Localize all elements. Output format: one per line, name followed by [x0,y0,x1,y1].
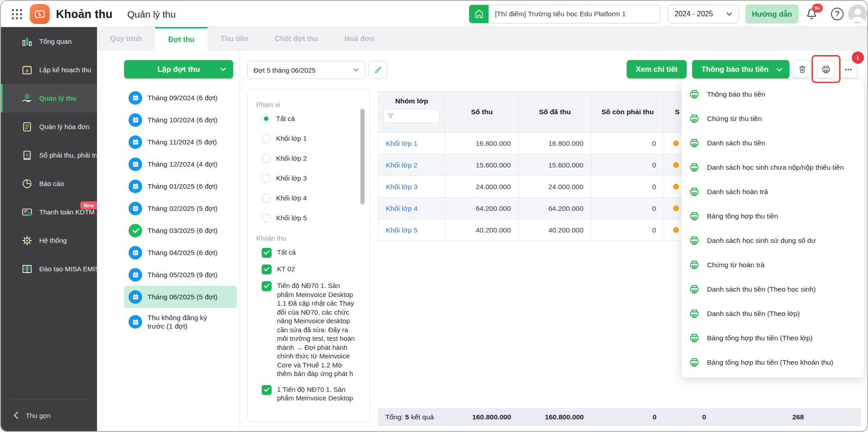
sidebar-item-fee-planning[interactable]: $ Lập kế hoạch thu [1,56,97,84]
calendar-icon [129,113,142,127]
sidebar-item-label: Đào tạo MISA EMIS [39,265,99,273]
group-link[interactable]: Khối lớp 5 [386,226,417,234]
trash-icon [798,65,807,74]
sidebar-item-system[interactable]: Hệ thống [1,226,97,255]
edit-batch-button[interactable] [369,61,387,79]
print-menu-item[interactable]: Chứng từ hoàn trả [682,253,864,277]
sidebar-item-reports[interactable]: Báo cáo [1,169,97,198]
scope-radio-grade-3[interactable]: Khối lớp 3 [256,174,356,183]
month-item[interactable]: Tháng 10/2024 (6 đợt) [124,109,237,131]
pencil-icon [374,66,382,74]
fee-checkbox-nd70[interactable]: Tiến độ NĐ70 1. Sản phẩm Meinvoice Deskt… [256,281,356,378]
checkbox-checked-icon [262,385,272,395]
scope-radio-grade-1[interactable]: Khối lớp 1 [256,134,356,143]
fee-checkbox-nd70-2[interactable]: 1 Tiến độ NĐ70 1. Sản phẩm Meinvoice Des… [256,385,356,403]
print-menu-item[interactable]: Danh sách thu tiền (Theo học sinh) [682,277,864,302]
sidebar-collapse-button[interactable]: Thu gọn [1,405,97,425]
tab-thu-tien[interactable]: Thu tiền [208,27,262,51]
guide-button[interactable]: Hướng dẫn [745,5,799,23]
cell-so-con: 0 [591,198,664,219]
month-item-completed[interactable]: Tháng 03/2025 (6 đợt) [124,219,237,242]
sidebar-item-overview[interactable]: Tổng quan [1,27,97,56]
month-item[interactable]: Tháng 11/2024 (5 đợt) [124,131,237,153]
column-header-so-con-phai-thu: Số còn phải thu [591,91,664,133]
help-icon[interactable]: ? [831,8,844,20]
school-selector[interactable]: [Thí điểm] Trường tiểu học Edu Platform … [469,5,660,23]
print-menu-item[interactable]: Danh sách hoàn trả [682,180,864,204]
delete-button[interactable] [793,60,811,79]
sidebar-item-invoice-management[interactable]: Quản lý hóa đơn [1,112,97,141]
print-menu-item[interactable]: Bảng tổng hợp thu tiền (Theo lớp) [682,326,864,350]
scope-radio-grade-5[interactable]: Khối lớp 5 [256,214,356,223]
ellipsis-icon: ••• [845,66,853,73]
tab-hoa-don[interactable]: Hoá đơn [332,27,388,51]
cell-so-thu: 24.000.000 [445,176,519,198]
home-icon [469,5,489,23]
footer-so-thu: 160.800.000 [445,408,519,426]
sidebar-item-revenue-management[interactable]: $ Quản lý thu [1,84,97,112]
month-item[interactable]: Tháng 12/2024 (4 đợt) [124,153,237,175]
status-dot [673,140,679,146]
batch-select[interactable]: Đợt 5 tháng 06/2025 [247,61,365,79]
scope-radio-grade-2[interactable]: Khối lớp 2 [256,154,356,163]
month-item[interactable]: Tháng 02/2025 (5 đợt) [124,197,237,219]
sidebar-item-receivable-ledger[interactable]: $ Sổ phải thu, phải trả [1,141,97,169]
printer-icon [689,89,700,100]
month-item[interactable]: Tháng 05/2025 (9 đợt) [124,264,237,286]
cell-so-da-thu: 24.000.000 [519,176,591,198]
print-menu-item[interactable]: Danh sách học sinh sử dụng số dư [682,228,864,253]
sidebar-item-label: Hệ thống [39,237,67,244]
sidebar-item-training[interactable]: Đào tạo MISA EMIS [1,255,97,283]
tab-chot-dot-thu[interactable]: Chốt đợt thu [262,27,332,51]
month-item-unregistered[interactable]: Thu không đăng ký trước (1 đợt) [124,308,237,336]
print-button[interactable] [817,60,835,79]
fee-label: Khoản thu [256,235,356,242]
credit-card-icon [20,205,34,219]
month-item[interactable]: Tháng 04/2025 (6 đợt) [124,242,237,264]
sidebar-item-cashless-payment[interactable]: Thanh toán KDTM New [1,198,97,226]
tab-dot-thu[interactable]: Đợt thu [155,27,208,51]
scrollbar-thumb[interactable] [360,109,365,204]
app-name: Khoản thu [56,8,112,21]
create-batch-button[interactable]: Lập đợt thu [124,60,233,79]
print-menu-item[interactable]: Thông báo thu tiền [682,82,864,107]
printer-icon [689,162,700,173]
new-badge: New [80,201,97,209]
chevron-down-icon [220,67,226,71]
total-suffix: kết quả [411,413,434,421]
app-grid-icon[interactable] [12,9,23,20]
notify-collection-button[interactable]: Thông báo thu tiền [692,60,790,79]
print-menu-item[interactable]: Bảng tổng hợp thu tiền (Theo khoản thu) [682,350,864,375]
pie-chart-icon [20,177,34,190]
school-year-select[interactable]: 2024 - 2025 [668,5,739,23]
cell-so-da-thu: 40.200.000 [519,219,591,241]
calendar-icon [129,202,142,215]
checkbox-checked-icon [262,265,272,274]
print-dropdown-menu: Thông báo thu tiền Chứng từ thu tiền Dan… [681,79,864,378]
print-menu-item[interactable]: Bảng tổng hợp thu tiền [682,204,864,228]
status-dot [673,205,679,211]
group-link[interactable]: Khối lớp 3 [386,183,417,191]
avatar[interactable] [848,5,867,23]
invoice-icon [20,120,34,134]
group-link[interactable]: Khối lớp 4 [386,204,417,213]
view-detail-button[interactable]: Xem chi tiết [627,60,687,79]
month-item[interactable]: Tháng 01/2025 (6 đợt) [124,175,237,197]
scope-radio-grade-4[interactable]: Khối lớp 4 [256,194,356,203]
fee-checkbox-all[interactable]: Tất cả [256,248,356,258]
radio-icon [262,214,271,223]
print-menu-item[interactable]: Danh sách thu tiền (Theo lớp) [682,302,864,326]
fee-checkbox-kt02[interactable]: KT 02 [256,265,356,274]
month-item[interactable]: Tháng 09/2024 (6 đợt) [124,87,237,109]
print-menu-item[interactable]: Chứng từ thu tiền [682,107,864,131]
group-link[interactable]: Khối lớp 2 [386,161,417,169]
print-menu-item[interactable]: Danh sách thu tiền [682,131,864,155]
month-item-selected[interactable]: Tháng 06/2025 (5 đợt) [124,286,237,308]
column-filter-input[interactable] [383,109,440,123]
scope-radio-all[interactable]: Tất cả [256,114,356,123]
print-menu-item[interactable]: Danh sách học sinh chưa nộp/nộp thiếu ti… [682,155,864,180]
tab-quy-trinh[interactable]: Quy trình [97,27,155,51]
open-book-icon [20,262,34,276]
notification-bell-icon[interactable]: 9+ [805,7,820,22]
group-link[interactable]: Khối lớp 1 [386,139,417,148]
